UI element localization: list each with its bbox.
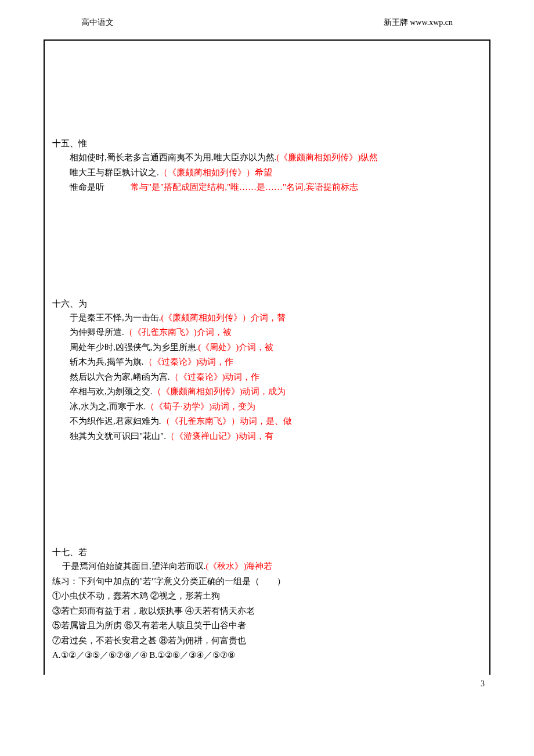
- section-title-15: 十五、惟: [52, 138, 478, 149]
- header-left: 高中语文: [81, 17, 114, 28]
- text-black: 惟命是听: [70, 182, 104, 192]
- text-line: 斩木为兵,揭竿为旗.（《过秦论》)动词，作: [70, 355, 478, 370]
- text-red: （《过秦论》)动词，作: [170, 372, 260, 381]
- text-red: （《廉颇蔺相如列传》）希望: [159, 168, 272, 177]
- text-line: 于是秦王不怿,为一击缶.(《廉颇蔺相如列传》）介词，替: [70, 311, 478, 326]
- content-box: 十五、惟 相如使时,蜀长老多言通西南夷不为用,唯大臣亦以为然.(《廉颇蔺相如列传…: [44, 39, 490, 675]
- text-black: 于是焉河伯始旋其面目,望洋向若而叹.: [62, 561, 206, 571]
- text-red: （《孔雀东南飞》）动词，是、做: [161, 416, 292, 426]
- text-red: 常与"是"搭配成固定结构,"唯……是……"名词,宾语提前标志: [104, 182, 358, 192]
- page-header: 高中语文 新王牌 www.xwp.cn: [0, 0, 534, 39]
- section-15: 十五、惟 相如使时,蜀长老多言通西南夷不为用,唯大臣亦以为然.(《廉颇蔺相如列传…: [52, 138, 478, 195]
- text-black: 冰,水为之,而寒于水.: [70, 402, 146, 411]
- text-red: （《孔雀东南飞》)介词，被: [124, 327, 232, 337]
- text-line: 冰,水为之,而寒于水.（《荀子·劝学》)动词，变为: [70, 399, 478, 415]
- text-black: 为仲卿母所遣.: [70, 327, 124, 337]
- text-line: 然后以六合为家,崤函为宫.（《过秦论》)动词，作: [70, 370, 478, 385]
- text-red: (《廉颇蔺相如列传》）介词，替: [161, 313, 286, 322]
- section-title-17: 十七、若: [52, 547, 478, 558]
- section-16: 十六、为 于是秦王不怿,为一击缶.(《廉颇蔺相如列传》）介词，替 为仲卿母所遣.…: [52, 298, 478, 444]
- text-red: （《游褒禅山记》)动词，有: [166, 431, 273, 441]
- page-number: 3: [0, 675, 534, 689]
- practice-line: ⑦君过矣，不若长安君之甚 ⑧若为佣耕，何富贵也: [52, 633, 478, 649]
- practice-line: ⑤若属皆且为所虏 ⑥又有若老人咳且笑于山谷中者: [52, 618, 478, 633]
- text-red: (《廉颇蔺相如列传》)纵然: [276, 153, 378, 162]
- text-red: (《秋水》)海神若: [206, 561, 273, 571]
- text-line: 周处年少时,凶强侠气,为乡里所患.(《周处》)介词，被: [70, 340, 478, 355]
- text-black: 周处年少时,凶强侠气,为乡里所患.: [70, 343, 198, 352]
- practice-line: A.①②／③⑤／⑥⑦⑧／④ B.①②⑥／③④／⑤⑦⑧: [52, 648, 478, 663]
- text-line: 惟命是听 常与"是"搭配成固定结构,"唯……是……"名词,宾语提前标志: [70, 180, 478, 195]
- text-line: 不为织作迟,君家妇难为.（《孔雀东南飞》）动词，是、做: [70, 414, 478, 429]
- section-17: 十七、若 于是焉河伯始旋其面目,望洋向若而叹.(《秋水》)海神若 练习：下列句中…: [52, 547, 478, 663]
- text-red: (《周处》)介词，被: [198, 343, 273, 352]
- header-right: 新王牌 www.xwp.cn: [384, 17, 453, 28]
- text-black: 相如使时,蜀长老多言通西南夷不为用,唯大臣亦以为然.: [70, 153, 276, 162]
- text-black: 于是秦王不怿,为一击缶.: [70, 313, 161, 322]
- text-line: 于是焉河伯始旋其面目,望洋向若而叹.(《秋水》)海神若: [62, 559, 478, 574]
- text-line: 为仲卿母所遣.（《孔雀东南飞》)介词，被: [70, 325, 478, 340]
- text-line: 唯大王与群臣孰计议之.（《廉颇蔺相如列传》）希望: [70, 165, 478, 181]
- text-black: 然后以六合为家,崤函为宫.: [70, 372, 170, 381]
- practice-line: ③若亡郑而有益于君，敢以烦执事 ④天若有情天亦老: [52, 604, 478, 619]
- text-black: 唯大王与群臣孰计议之.: [70, 168, 159, 177]
- practice-line: ①小虫伏不动，蠢若木鸡 ②视之，形若土狗: [52, 589, 478, 604]
- text-black: 独其为文犹可识曰"花山".: [70, 431, 166, 441]
- text-red: （《廉颇蔺相如列传》)动词，成为: [153, 387, 286, 396]
- text-black: 卒相与欢,为刎颈之交.: [70, 387, 153, 396]
- text-red: （《荀子·劝学》)动词，变为: [146, 402, 255, 411]
- text-black: 斩木为兵,揭竿为旗.: [70, 357, 144, 366]
- text-black: 不为织作迟,君家妇难为.: [70, 416, 161, 426]
- practice-line: 练习：下列句中加点的"若"字意义分类正确的一组是（ ）: [52, 574, 478, 589]
- text-line: 相如使时,蜀长老多言通西南夷不为用,唯大臣亦以为然.(《廉颇蔺相如列传》)纵然: [70, 150, 478, 165]
- text-red: （《过秦论》)动词，作: [144, 357, 234, 366]
- text-line: 独其为文犹可识曰"花山".（《游褒禅山记》)动词，有: [70, 429, 478, 444]
- section-title-16: 十六、为: [52, 298, 478, 309]
- text-line: 卒相与欢,为刎颈之交.（《廉颇蔺相如列传》)动词，成为: [70, 384, 478, 399]
